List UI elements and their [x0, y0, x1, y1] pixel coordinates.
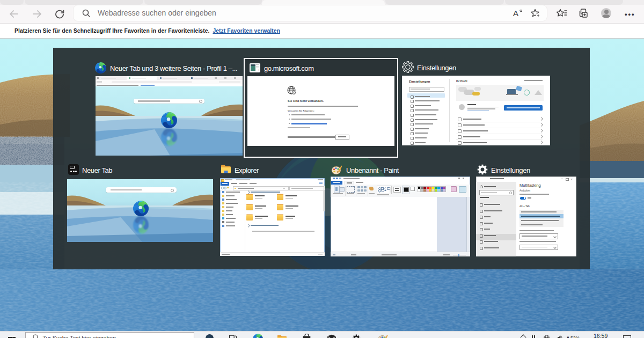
svg-text:A: A — [513, 9, 518, 18]
